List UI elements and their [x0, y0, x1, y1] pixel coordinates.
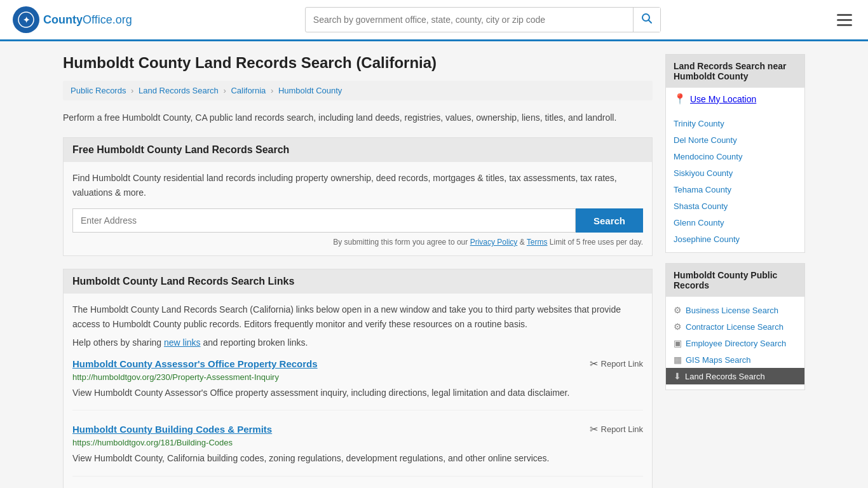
pub-link-4: ⬇ Land Records Search [666, 368, 804, 384]
svg-line-3 [648, 20, 651, 24]
sidebar-county-2: Mendocino County [666, 148, 804, 165]
free-search-description: Find Humboldt County residential land re… [72, 171, 643, 200]
pub-link-2: ▣ Employee Directory Search [666, 335, 804, 351]
privacy-policy-link[interactable]: Privacy Policy [470, 238, 518, 247]
sidebar-public-records-header: Humboldt County Public Records [666, 264, 804, 297]
sidebar-county-6: Glenn County [666, 214, 804, 231]
main-container: Humboldt County Land Records Search (Cal… [53, 41, 815, 488]
breadcrumb: Public Records › Land Records Search › C… [63, 81, 653, 100]
sidebar-county-3: Siskiyou County [666, 165, 804, 181]
share-line: Help others by sharing new links and rep… [72, 337, 643, 348]
breadcrumb-public-records[interactable]: Public Records [71, 86, 126, 95]
disclaimer-text: By submitting this form you agree to our [333, 238, 468, 247]
header-search-input[interactable] [306, 10, 633, 30]
site-logo-text: CountyOffice.org [43, 13, 132, 27]
pub-link-0: ⚙ Business License Search [666, 302, 804, 318]
links-section-header: Humboldt County Land Records Search Link… [64, 269, 652, 294]
breadcrumb-humboldt[interactable]: Humboldt County [278, 86, 342, 95]
free-search-body: Find Humboldt County residential land re… [64, 162, 652, 255]
menu-button[interactable] [834, 11, 855, 29]
ampersand: & [520, 238, 527, 247]
gear-icon-0: ⚙ [674, 305, 682, 315]
sidebar-public-records-section: Humboldt County Public Records ⚙ Busines… [665, 263, 805, 390]
terms-link[interactable]: Terms [527, 238, 548, 247]
link-record-header-1: Humboldt County Building Codes & Permits… [72, 423, 643, 435]
logo-county-text: County [43, 13, 83, 26]
sidebar-nearby-section: Land Records Search near Humboldt County… [665, 54, 805, 253]
site-logo-icon: ✦ [13, 6, 39, 33]
page-title: Humboldt County Land Records Search (Cal… [63, 54, 653, 72]
sidebar-county-4: Tehama County [666, 181, 804, 198]
links-section: Humboldt County Land Records Search Link… [63, 269, 653, 488]
reporting-text: and reporting broken links. [203, 337, 308, 348]
sidebar-nearby-header: Land Records Search near Humboldt County [666, 55, 804, 88]
report-link-label-1: Report Link [601, 424, 643, 434]
sidebar-county-7: Josephine County [666, 231, 804, 247]
form-disclaimer: By submitting this form you agree to our… [72, 238, 643, 247]
map-icon: ▦ [674, 355, 682, 365]
link-record-url-0: http://humboldtgov.org/230/Property-Asse… [72, 372, 643, 382]
sidebar-county-0: Trinity County [666, 115, 804, 132]
site-header: ✦ CountyOffice.org [0, 0, 868, 41]
link-record-header-0: Humboldt County Assessor's Office Proper… [72, 358, 643, 370]
page-intro-text: Perform a free Humboldt County, CA publi… [63, 111, 653, 125]
breadcrumb-sep-2: › [223, 86, 226, 95]
search-icon [641, 13, 653, 24]
header-search-button[interactable] [633, 8, 660, 32]
scissors-icon-0: ✂ [590, 358, 598, 370]
svg-text:✦: ✦ [23, 15, 30, 25]
sidebar-county-5: Shasta County [666, 198, 804, 214]
logo-area: ✦ CountyOffice.org [13, 6, 132, 33]
new-links-link[interactable]: new links [164, 337, 201, 348]
content-area: Humboldt County Land Records Search (Cal… [63, 54, 653, 488]
links-intro-text: The Humboldt County Land Records Search … [72, 302, 643, 331]
address-search-form: Search [72, 208, 643, 233]
links-section-body: The Humboldt County Land Records Search … [64, 294, 652, 488]
public-records-list: ⚙ Business License Search ⚙ Contractor L… [666, 297, 804, 390]
nearby-counties-list: Trinity County Del Norte County Mendocin… [666, 110, 804, 252]
sidebar: Land Records Search near Humboldt County… [665, 54, 805, 488]
report-link-label-0: Report Link [601, 359, 643, 369]
report-link-button-0[interactable]: ✂ Report Link [590, 358, 643, 370]
menu-bar-1 [837, 14, 852, 16]
breadcrumb-land-records[interactable]: Land Records Search [139, 86, 219, 95]
logo-tld-text: Office.org [83, 13, 132, 26]
menu-bar-3 [837, 24, 852, 26]
link-record-0: Humboldt County Assessor's Office Proper… [72, 358, 643, 410]
sidebar-county-1: Del Norte County [666, 132, 804, 148]
link-record-title-1[interactable]: Humboldt County Building Codes & Permits [72, 424, 272, 435]
pub-link-3: ▦ GIS Maps Search [666, 351, 804, 368]
free-search-section: Free Humboldt County Land Records Search… [63, 137, 653, 256]
search-submit-button[interactable]: Search [576, 208, 643, 233]
gear-icon-1: ⚙ [674, 322, 682, 332]
use-location-link[interactable]: Use My Location [690, 94, 756, 104]
menu-bar-2 [837, 19, 852, 21]
breadcrumb-sep-3: › [271, 86, 273, 95]
scissors-icon-1: ✂ [590, 423, 598, 435]
link-record-title-0[interactable]: Humboldt County Assessor's Office Proper… [72, 358, 318, 369]
directory-icon: ▣ [674, 338, 682, 348]
breadcrumb-california[interactable]: California [231, 86, 266, 95]
use-location-item: 📍 Use My Location [666, 88, 804, 110]
share-text: Help others by sharing [72, 337, 161, 348]
breadcrumb-sep-1: › [131, 86, 133, 95]
location-pin-icon: 📍 [674, 93, 686, 105]
free-search-header: Free Humboldt County Land Records Search [64, 138, 652, 162]
pub-link-1: ⚙ Contractor License Search [666, 318, 804, 335]
link-record-desc-0: View Humboldt County Assessor's Office p… [72, 386, 643, 400]
link-record-url-1: https://humboldtgov.org/181/Building-Cod… [72, 438, 643, 447]
link-record-1: Humboldt County Building Codes & Permits… [72, 423, 643, 476]
link-record-desc-1: View Humboldt County, California buildin… [72, 451, 643, 465]
address-input[interactable] [72, 208, 576, 233]
limit-text: Limit of 5 free uses per day. [550, 238, 643, 247]
header-search-bar [305, 7, 661, 32]
report-link-button-1[interactable]: ✂ Report Link [590, 423, 643, 435]
land-icon: ⬇ [674, 371, 681, 381]
